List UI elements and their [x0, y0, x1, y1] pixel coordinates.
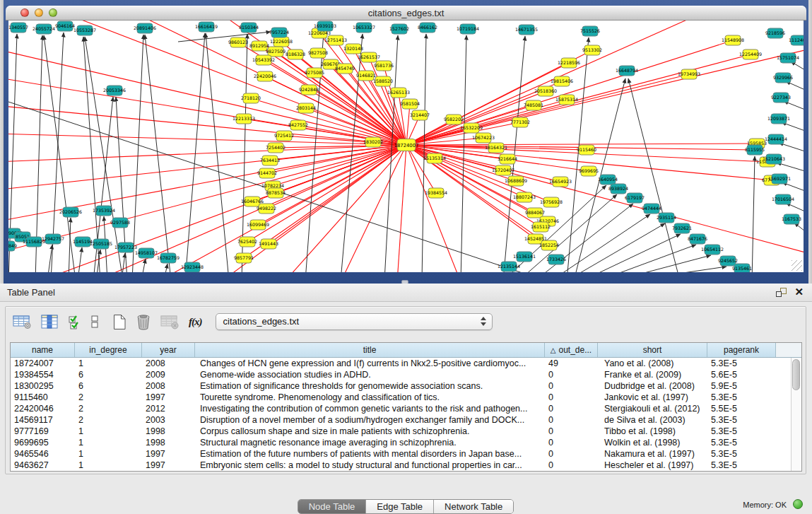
table-row[interactable]: 1938455462009Genome-wide association stu… [11, 369, 801, 380]
table-cell[interactable]: 5.6E-5 [707, 370, 776, 380]
graph-node[interactable]: 16939103 [314, 21, 336, 31]
table-cell[interactable]: Estimation of significance thresholds fo… [195, 381, 545, 391]
graph-node[interactable]: 8466162 [418, 23, 437, 33]
graph-node[interactable]: 3216644 [498, 154, 517, 164]
graph-node[interactable]: 20053346 [103, 86, 126, 95]
graph-node[interactable]: 18164321 [485, 143, 507, 153]
graph-node[interactable]: 14671355 [515, 25, 538, 35]
table-cell[interactable]: Structural magnetic resonance image aver… [195, 438, 545, 448]
graph-node[interactable]: 2935114 [657, 213, 676, 223]
graph-node[interactable]: 20518360 [534, 86, 557, 96]
column-header-name[interactable]: name [11, 343, 75, 357]
table-cell[interactable]: Estimation of the future numbers of pati… [195, 449, 545, 459]
table-cell[interactable]: 5.5E-5 [707, 404, 776, 414]
graph-node[interactable]: 1640954 [598, 175, 618, 185]
table-cell[interactable]: 2008 [142, 381, 195, 391]
graph-node[interactable]: 8150344 [239, 23, 259, 33]
graph-node[interactable]: 15720407 [492, 165, 514, 175]
graph-node[interactable]: 17957223 [114, 243, 137, 252]
network-view-canvas[interactable]: 9860123 8912954 12226058 9827509 8186328… [8, 21, 804, 272]
table-row[interactable]: 2242004622012Investigating the contribut… [11, 403, 801, 414]
graph-node[interactable]: 17353924 [93, 206, 115, 216]
table-cell[interactable]: 18724007 [11, 358, 75, 368]
graph-node[interactable]: 10553287 [73, 25, 96, 35]
graph-node[interactable]: 16616419 [195, 22, 218, 32]
graph-node[interactable]: 16210643 [763, 154, 785, 164]
graph-node[interactable]: 8938924 [608, 184, 628, 194]
table-cell[interactable]: Corpus callosum shape and size in male p… [195, 426, 545, 436]
graph-node[interactable]: 10719184 [457, 24, 479, 34]
table-cell[interactable]: 1997 [142, 460, 195, 470]
column-header-out_de[interactable]: △out_de... [545, 343, 598, 357]
graph-node[interactable]: 9699695 [579, 166, 599, 176]
table-cell[interactable]: 2012 [142, 404, 195, 414]
graph-node[interactable]: 12218596 [558, 58, 580, 68]
table-cell[interactable]: Yano et al. (2008) [598, 358, 707, 368]
table-row[interactable]: 911546021997Tourette syndrome. Phenomeno… [11, 392, 801, 403]
graph-node[interactable]: 1340557 [8, 23, 28, 33]
graph-node[interactable]: 19734993 [678, 69, 700, 79]
graph-node[interactable]: 20891406 [134, 23, 156, 33]
graph-node[interactable]: 9725412 [274, 131, 294, 141]
graph-node[interactable]: 1733426 [546, 255, 566, 264]
graph-hub-node[interactable]: 18724007 [394, 139, 419, 151]
table-cell[interactable]: 22420046 [11, 404, 75, 414]
table-cell[interactable]: 1 [75, 460, 142, 470]
show-column-icon[interactable] [41, 315, 59, 329]
table-cell[interactable]: Stergiakouli et al. (2012) [598, 404, 707, 414]
graph-node[interactable]: 8878534 [266, 188, 286, 198]
table-cell[interactable]: 9699695 [11, 438, 75, 448]
graph-node[interactable]: 8454749 [335, 64, 355, 74]
graph-node[interactable]: 10653327 [353, 23, 375, 33]
graph-node[interactable]: 16654923 [549, 177, 572, 187]
graph-node[interactable]: 7771302 [510, 117, 530, 127]
graph-node[interactable]: 7932621 [672, 223, 692, 233]
table-cell[interactable]: de Silva et al. (2003) [598, 415, 707, 425]
scrollbar-thumb[interactable] [792, 359, 800, 390]
table-cell[interactable]: 5.3E-5 [707, 449, 776, 459]
table-cell[interactable]: Dudbridge et al. (2008) [598, 381, 707, 391]
graph-node[interactable]: 10654112 [701, 245, 724, 255]
graph-node[interactable]: 9513302 [582, 45, 602, 55]
graph-node[interactable]: 20206526 [59, 207, 82, 217]
table-cell[interactable]: 1998 [142, 438, 195, 448]
table-cell[interactable]: 5.3E-5 [707, 460, 776, 470]
graph-node[interactable]: 9581504 [400, 99, 420, 109]
graph-node[interactable]: 9857791 [234, 253, 254, 263]
select-columns-icon[interactable] [68, 314, 82, 329]
table-cell[interactable]: 2 [75, 415, 142, 425]
graph-node[interactable]: 2718120 [241, 93, 261, 103]
graph-node[interactable]: 15692971 [768, 174, 791, 184]
graph-node[interactable]: 1852254 [539, 240, 559, 250]
graph-node[interactable]: 10688609 [505, 176, 527, 186]
graph-node[interactable]: 6179197 [625, 193, 645, 203]
table-cell[interactable]: 1997 [142, 392, 195, 402]
graph-node[interactable]: 9860123 [228, 37, 248, 47]
graph-node[interactable]: 18807243 [513, 192, 536, 202]
table-row[interactable]: 969969511998Structural magnetic resonanc… [11, 437, 801, 448]
graph-node[interactable]: 9144702 [257, 168, 277, 178]
table-cell[interactable]: Hescheler et al. (1997) [598, 460, 707, 470]
graph-node[interactable]: 16099469 [247, 220, 269, 230]
table-cell[interactable]: 6 [75, 381, 142, 391]
graph-node[interactable]: 12254409 [739, 49, 762, 59]
graph-node[interactable]: 1527602 [389, 24, 409, 34]
table-row[interactable]: 977716911998Corpus callosum shape and si… [11, 426, 801, 437]
table-cell[interactable]: 0 [545, 426, 598, 436]
graph-node[interactable]: 12226058 [270, 37, 293, 47]
graph-node[interactable]: 12093871 [767, 114, 790, 124]
graph-node[interactable]: 9227343 [771, 93, 791, 103]
table-cell[interactable]: Changes of HCN gene expression and I(f) … [195, 358, 545, 368]
graph-node[interactable]: 8115955 [745, 145, 765, 155]
graph-node[interactable]: 8427552 [288, 120, 308, 130]
rows-icon[interactable] [91, 315, 99, 329]
graph-node[interactable]: 15751074 [777, 53, 799, 63]
table-cell[interactable]: 18300295 [11, 381, 75, 391]
graph-node[interactable]: 1112404 [789, 35, 804, 45]
table-cell[interactable]: Nakamura et al. (1997) [598, 449, 707, 459]
table-cell[interactable]: 2008 [142, 358, 195, 368]
graph-node[interactable]: 16532209 [460, 123, 483, 133]
graph-node[interactable]: 11548908 [722, 35, 744, 45]
graph-node[interactable]: 16261537 [358, 52, 380, 62]
table-cell[interactable]: 1998 [142, 426, 195, 436]
